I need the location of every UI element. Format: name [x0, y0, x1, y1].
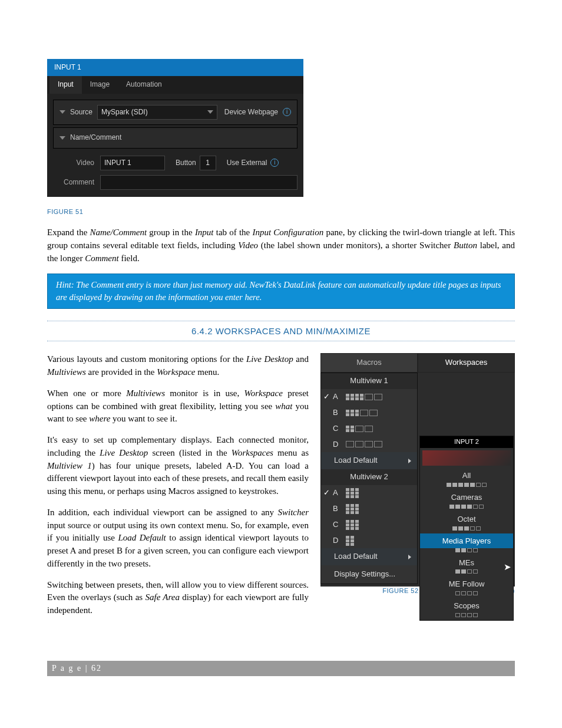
layout-icon: [346, 410, 378, 416]
divider: [47, 341, 515, 341]
workspaces-menu: Multiview 1 ✓ A B C D: [320, 373, 418, 584]
comment-label: Comment: [53, 177, 100, 187]
preview-thumbnail: [422, 450, 511, 466]
display-settings[interactable]: Display Settings...: [321, 565, 417, 584]
comment-field[interactable]: [100, 175, 297, 190]
preset-mv1-c[interactable]: C: [321, 421, 417, 437]
preset-mv2-b[interactable]: B: [321, 501, 417, 517]
source-row: Source MySpark (SDI) Device Webpage i: [53, 100, 297, 125]
load-default-submenu: INPUT 2 All Cameras Octet Media Players …: [419, 436, 514, 621]
sub-me-follow[interactable]: ME Follow: [420, 577, 513, 591]
cursor-icon: ➤: [504, 561, 511, 574]
input-config-panel: INPUT 1 Input Image Automation Source My…: [47, 59, 303, 197]
layout-icon: [346, 441, 382, 447]
layout-icon: [346, 520, 359, 530]
chevron-right-icon: [408, 555, 411, 559]
paragraph-1: Expand the Name/Comment group in the Inp…: [47, 226, 515, 265]
chevron-down-icon[interactable]: [59, 110, 65, 114]
chevron-down-icon: [59, 136, 65, 140]
tab-input[interactable]: Input: [49, 76, 82, 93]
submenu-title: INPUT 2: [420, 436, 513, 448]
hint-box: Hint: The Comment entry is more than jus…: [47, 274, 515, 309]
check-icon: ✓: [323, 391, 330, 403]
button-field[interactable]: 1: [200, 156, 216, 170]
mv1-title: Multiview 1: [321, 373, 417, 389]
preset-mv2-a[interactable]: ✓ A: [321, 485, 417, 501]
tab-automation[interactable]: Automation: [118, 76, 170, 93]
paragraph-2: Various layouts and custom monitoring op…: [47, 353, 309, 379]
preset-mv2-c[interactable]: C: [321, 517, 417, 533]
chevron-down-icon: [207, 110, 213, 114]
tab-image[interactable]: Image: [82, 76, 118, 93]
preset-mv1-a[interactable]: ✓ A: [321, 389, 417, 405]
sub-media-players[interactable]: Media Players: [420, 533, 513, 548]
mv2-title: Multiview 2: [321, 469, 417, 485]
sub-all[interactable]: All: [420, 468, 513, 483]
source-label: Source: [70, 107, 97, 117]
panel-title: INPUT 1: [47, 59, 303, 76]
figure-51-caption: FIGURE 51: [47, 207, 515, 217]
source-select[interactable]: MySpark (SDI): [97, 105, 217, 120]
video-field[interactable]: INPUT 1: [100, 156, 165, 170]
check-icon: ✓: [323, 487, 330, 499]
input-tabs: Input Image Automation: [47, 76, 303, 93]
sub-mes[interactable]: MEs: [420, 555, 513, 570]
sub-octet[interactable]: Octet: [420, 512, 513, 526]
layout-icon: [346, 426, 373, 432]
button-label: Button: [176, 158, 196, 168]
paragraph-3: When one or more Multiviews monitor is i…: [47, 387, 309, 426]
divider: [47, 321, 515, 321]
sub-scopes[interactable]: Scopes: [420, 598, 513, 613]
preset-mv1-b[interactable]: B: [321, 405, 417, 421]
preset-mv1-d[interactable]: D: [321, 437, 417, 453]
video-label: Video: [53, 158, 100, 168]
layout-icon: [346, 488, 359, 498]
tab-macros[interactable]: Macros: [320, 353, 418, 373]
load-default-mv1[interactable]: Load Default: [321, 452, 417, 469]
layout-icon: [346, 394, 382, 400]
device-webpage-link[interactable]: Device Webpage: [224, 107, 278, 117]
use-external-label: Use External: [227, 158, 267, 168]
layout-icon: [346, 536, 354, 546]
name-comment-body: Video INPUT 1 Button 1 Use External i Co…: [53, 149, 297, 197]
paragraph-5: In addition, each individual viewport ca…: [47, 506, 309, 571]
workspaces-screenshot: Macros Workspaces Multiview 1 ✓ A B: [320, 353, 515, 587]
paragraph-4: It's easy to set up complementary displa…: [47, 434, 309, 498]
load-default-mv2[interactable]: Load Default: [321, 548, 417, 565]
sub-cameras[interactable]: Cameras: [420, 490, 513, 505]
preset-mv2-d[interactable]: D: [321, 533, 417, 549]
tab-workspaces[interactable]: Workspaces: [418, 353, 515, 373]
name-comment-header[interactable]: Name/Comment: [53, 127, 297, 148]
layout-icon: [346, 504, 359, 514]
source-value: MySpark (SDI): [101, 107, 148, 117]
page-footer: P a g e | 62: [47, 661, 515, 676]
nc-header-label: Name/Comment: [70, 133, 121, 143]
info-icon[interactable]: i: [283, 108, 291, 116]
section-heading: 6.4.2 WORKSPACES AND MIN/MAXIMIZE: [47, 322, 515, 340]
chevron-right-icon: [408, 459, 411, 463]
paragraph-6: Switching between presets, then, will al…: [47, 579, 309, 617]
info-icon[interactable]: i: [270, 159, 279, 167]
